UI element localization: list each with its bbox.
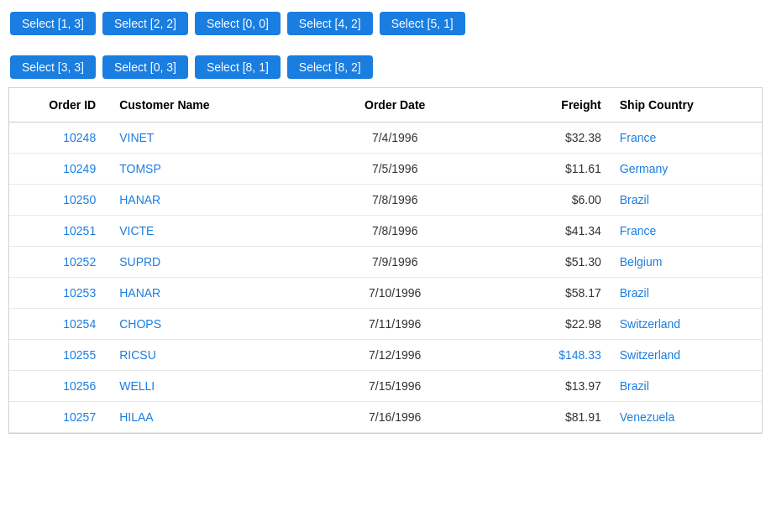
- col-header-orderid: Order ID: [9, 88, 113, 123]
- cell-freight: $11.61: [489, 154, 611, 185]
- cell-customer: HILAA: [113, 402, 301, 433]
- select-button[interactable]: Select [0, 0]: [195, 12, 281, 35]
- cell-date: 7/12/1996: [301, 340, 489, 371]
- table-row[interactable]: 10251VICTE7/8/1996$41.34France: [9, 216, 762, 247]
- cell-country: Switzerland: [611, 309, 762, 340]
- cell-orderid: 10256: [9, 371, 113, 402]
- cell-date: 7/11/1996: [301, 309, 489, 340]
- cell-country: France: [611, 216, 762, 247]
- cell-customer: TOMSP: [113, 154, 301, 185]
- cell-country: Belgium: [611, 247, 762, 278]
- select-button[interactable]: Select [2, 2]: [102, 12, 188, 35]
- table-scroll-area[interactable]: Order ID Customer Name Order Date Freigh…: [9, 88, 762, 433]
- select-button[interactable]: Select [4, 2]: [287, 12, 373, 35]
- col-header-freight: Freight: [489, 88, 611, 123]
- select-button[interactable]: Select [3, 3]: [10, 55, 96, 79]
- cell-freight: $41.34: [489, 216, 611, 247]
- cell-orderid: 10250: [9, 185, 113, 216]
- orders-table: Order ID Customer Name Order Date Freigh…: [9, 88, 762, 433]
- cell-orderid: 10252: [9, 247, 113, 278]
- table-header: Order ID Customer Name Order Date Freigh…: [9, 88, 762, 123]
- cell-freight: $81.91: [489, 402, 611, 433]
- cell-customer: HANAR: [113, 278, 301, 309]
- table-row[interactable]: 10255RICSU7/12/1996$148.33Switzerland: [9, 340, 762, 371]
- cell-customer: CHOPS: [113, 309, 301, 340]
- cell-country: Venezuela: [611, 402, 762, 433]
- cell-date: 7/10/1996: [301, 278, 489, 309]
- cell-freight: $58.17: [489, 278, 611, 309]
- cell-orderid: 10257: [9, 402, 113, 433]
- cell-date: 7/4/1996: [301, 123, 489, 154]
- cell-customer: VICTE: [113, 216, 301, 247]
- table-row[interactable]: 10254CHOPS7/11/1996$22.98Switzerland: [9, 309, 762, 340]
- toolbar-section: Select [1, 3]Select [2, 2]Select [0, 0]S…: [0, 0, 771, 87]
- header-row: Order ID Customer Name Order Date Freigh…: [9, 88, 762, 123]
- select-button[interactable]: Select [1, 3]: [10, 12, 96, 35]
- col-header-country: Ship Country: [611, 88, 762, 123]
- cell-customer: WELLI: [113, 371, 301, 402]
- cell-country: Brazil: [611, 278, 762, 309]
- cell-customer: HANAR: [113, 185, 301, 216]
- cell-freight: $32.38: [489, 123, 611, 154]
- cell-date: 7/8/1996: [301, 185, 489, 216]
- cell-orderid: 10254: [9, 309, 113, 340]
- table-row[interactable]: 10248VINET7/4/1996$32.38France: [9, 123, 762, 154]
- cell-customer: SUPRD: [113, 247, 301, 278]
- table-row[interactable]: 10252SUPRD7/9/1996$51.30Belgium: [9, 247, 762, 278]
- toolbar-row-1: Select [1, 3]Select [2, 2]Select [0, 0]S…: [0, 0, 771, 44]
- cell-freight: $13.97: [489, 371, 611, 402]
- cell-date: 7/15/1996: [301, 371, 489, 402]
- table-body: 10248VINET7/4/1996$32.38France10249TOMSP…: [9, 123, 762, 433]
- cell-date: 7/5/1996: [301, 154, 489, 185]
- table-row[interactable]: 10249TOMSP7/5/1996$11.61Germany: [9, 154, 762, 185]
- cell-customer: RICSU: [113, 340, 301, 371]
- cell-country: Switzerland: [611, 340, 762, 371]
- table-row[interactable]: 10250HANAR7/8/1996$6.00Brazil: [9, 185, 762, 216]
- col-header-date: Order Date: [301, 88, 489, 123]
- cell-date: 7/16/1996: [301, 402, 489, 433]
- select-button[interactable]: Select [0, 3]: [102, 55, 188, 79]
- cell-country: Germany: [611, 154, 762, 185]
- select-button[interactable]: Select [8, 2]: [287, 55, 373, 79]
- cell-orderid: 10253: [9, 278, 113, 309]
- table-row[interactable]: 10256WELLI7/15/1996$13.97Brazil: [9, 371, 762, 402]
- cell-date: 7/8/1996: [301, 216, 489, 247]
- cell-country: Brazil: [611, 371, 762, 402]
- cell-orderid: 10251: [9, 216, 113, 247]
- cell-freight: $51.30: [489, 247, 611, 278]
- select-button[interactable]: Select [8, 1]: [195, 55, 281, 79]
- cell-orderid: 10255: [9, 340, 113, 371]
- cell-freight: $22.98: [489, 309, 611, 340]
- cell-orderid: 10248: [9, 123, 113, 154]
- cell-country: France: [611, 123, 762, 154]
- data-table-container: Order ID Customer Name Order Date Freigh…: [8, 87, 763, 434]
- cell-country: Brazil: [611, 185, 762, 216]
- cell-freight: $6.00: [489, 185, 611, 216]
- cell-orderid: 10249: [9, 154, 113, 185]
- table-row[interactable]: 10257HILAA7/16/1996$81.91Venezuela: [9, 402, 762, 433]
- cell-date: 7/9/1996: [301, 247, 489, 278]
- table-row[interactable]: 10253HANAR7/10/1996$58.17Brazil: [9, 278, 762, 309]
- cell-customer: VINET: [113, 123, 301, 154]
- cell-freight: $148.33: [489, 340, 611, 371]
- select-button[interactable]: Select [5, 1]: [380, 12, 465, 35]
- toolbar-row-2: Select [3, 3]Select [0, 3]Select [8, 1]S…: [0, 44, 771, 87]
- col-header-customer: Customer Name: [113, 88, 301, 123]
